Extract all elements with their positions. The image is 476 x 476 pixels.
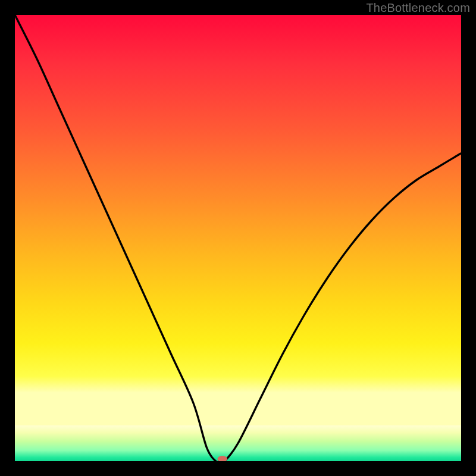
plot-area	[15, 15, 461, 461]
bottleneck-curve	[15, 15, 461, 461]
optimum-marker	[218, 456, 228, 461]
curve-path	[15, 15, 461, 461]
watermark-text: TheBottleneck.com	[366, 1, 470, 15]
chart-container: TheBottleneck.com	[0, 0, 476, 476]
